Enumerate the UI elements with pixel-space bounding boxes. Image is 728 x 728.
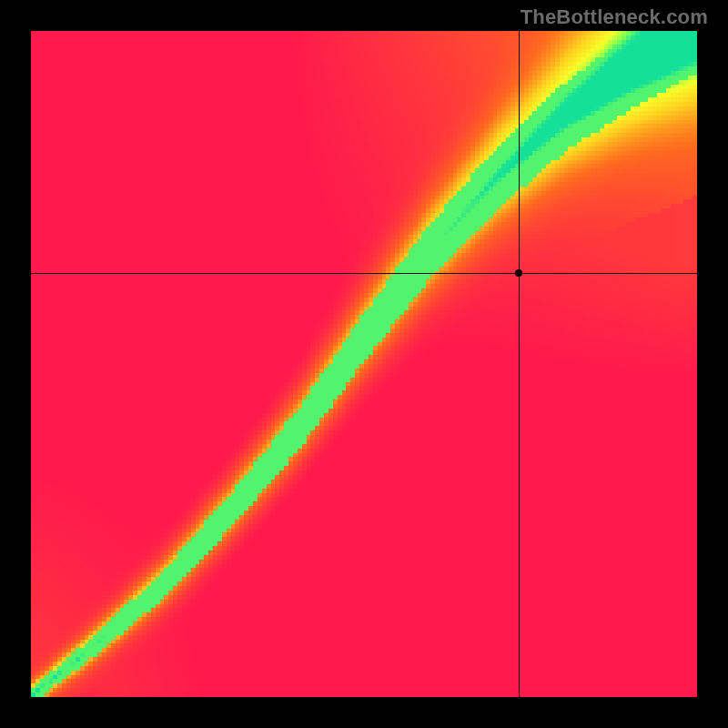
crosshair-vertical [519,31,520,697]
heatmap-plot [31,31,697,697]
watermark-label: TheBottleneck.com [521,5,708,29]
chart-frame: TheBottleneck.com [0,0,728,728]
marker-dot [515,269,522,277]
crosshair-horizontal [31,273,697,274]
heatmap-canvas [31,31,697,697]
